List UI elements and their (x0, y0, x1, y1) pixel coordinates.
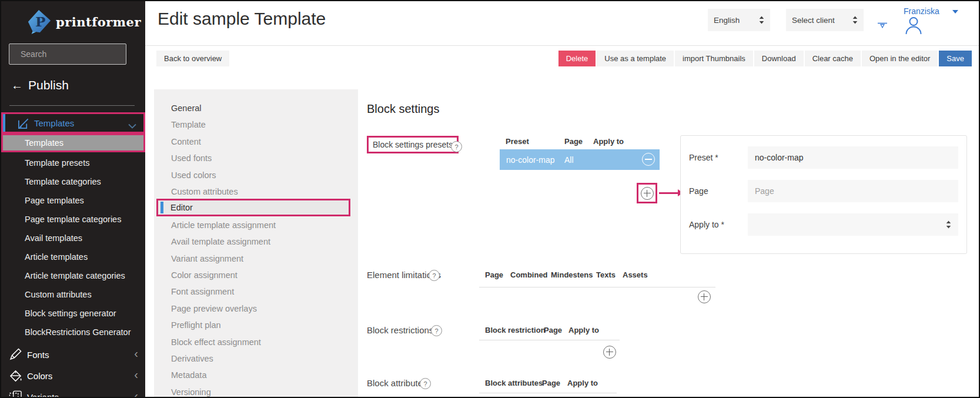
page-field-label: Page (689, 186, 748, 196)
delete-button[interactable]: Delete (558, 51, 596, 66)
page-input[interactable] (748, 180, 958, 202)
tab-content[interactable]: Content (154, 133, 358, 150)
sidebar-group-variants[interactable]: Variants ‹ (1, 387, 145, 398)
tab-avail-template-assignment[interactable]: Avail template assignment (154, 233, 358, 250)
column-header: Block restriction (485, 326, 546, 335)
column-header: Texts (596, 270, 616, 279)
help-icon[interactable]: ? (420, 378, 431, 389)
tab-general[interactable]: General (154, 100, 358, 116)
sidebar-item-article-templates[interactable]: Article templates (1, 248, 145, 266)
sidebar-search (9, 44, 126, 65)
active-tab-indicator (160, 202, 163, 213)
sidebar-item-block-settings-generator[interactable]: Block settings generator (1, 304, 145, 323)
sidebar-item-template-presets[interactable]: Template presets (1, 153, 145, 172)
sidebar-item-custom-attributes[interactable]: Custom attributes (1, 285, 145, 304)
tab-metadata[interactable]: Metadata (154, 367, 358, 383)
app-window: P printformer ← Publish Templates (0, 0, 980, 398)
table-divider (479, 393, 617, 393)
back-to-overview-button[interactable]: Back to overview (156, 51, 229, 66)
add-element-limitation-button[interactable] (698, 290, 711, 303)
add-preset-button[interactable] (641, 187, 654, 200)
pen-icon (8, 348, 22, 361)
client-value: Select client (792, 16, 835, 25)
sidebar-item-label: Templates (25, 138, 63, 148)
sidebar-item-page-templates[interactable]: Page templates (1, 191, 145, 210)
open-in-editor-button[interactable]: Open in the editor (862, 51, 938, 66)
sidebar-group-fonts[interactable]: Fonts ‹ (1, 345, 145, 364)
sidebar: P printformer ← Publish Templates (1, 1, 145, 397)
back-to-publish[interactable]: ← Publish (11, 78, 69, 92)
sidebar-item-article-template-categories[interactable]: Article template categories (1, 266, 145, 285)
column-header-apply-to: Apply to (593, 137, 624, 146)
tab-block-effect-assignment[interactable]: Block effect assignment (154, 334, 358, 350)
user-caret-icon (952, 10, 958, 14)
sidebar-item-page-template-categories[interactable]: Page template categories (1, 210, 145, 229)
preset-input[interactable] (748, 146, 958, 169)
column-header-preset: Preset (506, 137, 529, 146)
printformer-logo-icon: P (26, 8, 52, 35)
column-header: Page (485, 270, 503, 279)
help-icon[interactable]: ? (429, 270, 440, 281)
active-group-indicator (3, 114, 5, 132)
import-thumbnails-button[interactable]: import Thumbnails (675, 51, 753, 66)
column-header: Assets (623, 270, 648, 279)
preset-cell: no-color-map (506, 155, 554, 165)
user-menu[interactable]: Franziska (904, 6, 958, 16)
tab-template[interactable]: Template (154, 116, 358, 133)
publish-label: Publish (28, 78, 69, 92)
printformer-logo[interactable]: P printformer (26, 8, 141, 35)
page-cell: All (564, 155, 574, 165)
add-block-restriction-button[interactable] (603, 346, 616, 359)
sidebar-item-avail-templates[interactable]: Avail templates (1, 229, 145, 248)
tab-preflight-plan[interactable]: Preflight plan (154, 317, 358, 333)
tab-used-colors[interactable]: Used colors (154, 167, 358, 183)
sidebar-item-blockrestrictions-generator[interactable]: BlockRestrictions Generator (1, 323, 145, 342)
variants-icon (8, 390, 22, 398)
tab-editor[interactable]: Editor (156, 199, 350, 216)
sidebar-item-templates[interactable]: Templates (1, 133, 145, 152)
sidebar-group-label: Templates (34, 118, 74, 128)
preset-form-panel: Preset * Page Apply to * (680, 135, 967, 254)
sidebar-item-template-categories[interactable]: Template categories (1, 172, 145, 191)
apply-to-select[interactable] (748, 213, 958, 236)
download-button[interactable]: Download (754, 51, 804, 66)
clear-cache-button[interactable]: Clear cache (805, 51, 861, 66)
tab-custom-attributes[interactable]: Custom attributes (154, 183, 358, 200)
template-settings-nav: General Template Content Used fonts Used… (154, 89, 358, 397)
column-header: Block attributes (485, 379, 543, 387)
annotation-arrow (659, 192, 678, 194)
tab-color-assignment[interactable]: Color assignment (154, 267, 358, 283)
svg-text:P: P (35, 14, 45, 29)
tab-used-fonts[interactable]: Used fonts (154, 150, 358, 166)
tab-font-assignment[interactable]: Font assignment (154, 283, 358, 300)
brand-name: printformer (56, 15, 141, 29)
help-icon[interactable]: ? (431, 325, 442, 336)
sidebar-group-colors[interactable]: Colors ‹ (1, 366, 145, 385)
tab-derivatives[interactable]: Derivatives (154, 350, 358, 367)
chevron-down-icon (128, 121, 136, 131)
chevron-left-icon: ‹ (134, 347, 138, 359)
preset-row-selected[interactable]: no-color-map All (500, 149, 660, 170)
tab-versioning[interactable]: Versioning (154, 384, 358, 398)
search-input[interactable] (19, 49, 128, 59)
annotation-box-add-preset (637, 183, 657, 203)
user-avatar-icon[interactable] (904, 16, 923, 36)
column-header: Apply to (567, 379, 598, 387)
chevron-left-icon: ‹ (134, 390, 138, 398)
save-button[interactable]: Save (939, 51, 972, 66)
presets-label: Block settings presets (373, 140, 453, 149)
client-select[interactable]: Select client (786, 9, 864, 31)
tab-page-preview-overlays[interactable]: Page preview overlays (154, 300, 358, 317)
sidebar-group-templates[interactable]: Templates (1, 112, 145, 133)
tab-article-template-assignment[interactable]: Article template assignment (154, 217, 358, 233)
language-select[interactable]: English (708, 9, 770, 31)
language-value: English (714, 16, 740, 25)
preset-field-label: Preset * (689, 153, 748, 162)
help-icon[interactable]: ? (451, 141, 462, 152)
action-toolbar: Delete Use as a template import Thumbnai… (558, 51, 972, 66)
remove-preset-button[interactable] (642, 153, 655, 166)
column-header: Mindestens (551, 270, 593, 279)
select-arrows-icon (946, 220, 951, 229)
tab-variant-assignment[interactable]: Variant assignment (154, 250, 358, 267)
use-as-template-button[interactable]: Use as a template (597, 51, 674, 66)
